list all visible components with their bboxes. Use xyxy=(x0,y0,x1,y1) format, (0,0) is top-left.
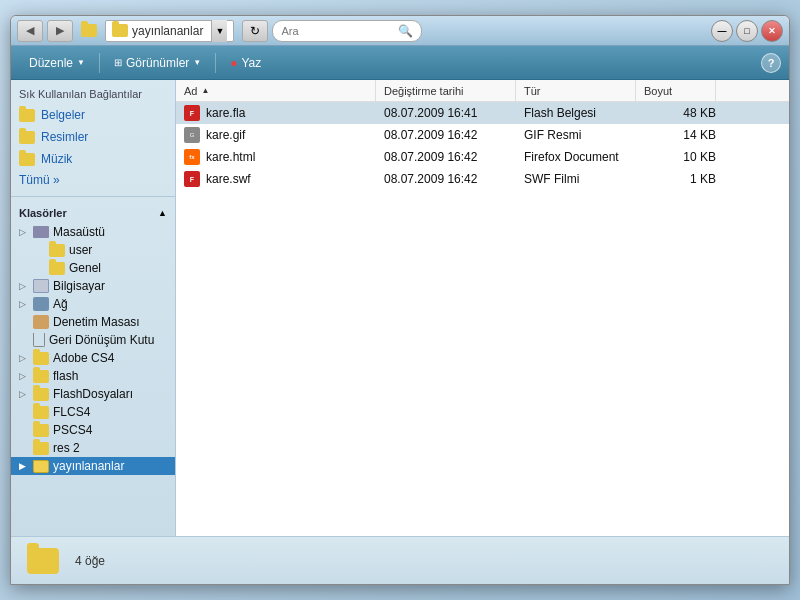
folder-icon-flashdos xyxy=(33,388,49,401)
tree-item-yayinlananlar[interactable]: ▶ yayınlananlar xyxy=(11,457,175,475)
col-name-label: Ad xyxy=(184,85,197,97)
file-date-kare-fla: 08.07.2009 16:41 xyxy=(380,106,520,120)
duzenle-button[interactable]: Düzenle ▼ xyxy=(19,50,95,76)
file-date-kare-swf: 08.07.2009 16:42 xyxy=(380,172,520,186)
file-row-kare-gif[interactable]: G kare.gif 08.07.2009 16:42 GIF Resmi 14… xyxy=(176,124,789,146)
folder-icon-flcs4 xyxy=(33,406,49,419)
expand-yayinlananlar: ▶ xyxy=(19,461,29,471)
tree-item-flashdos[interactable]: ▷ FlashDosyaları xyxy=(11,385,175,403)
address-text: yayınlananlar xyxy=(132,24,203,38)
duzenle-label: Düzenle xyxy=(29,56,73,70)
help-button[interactable]: ? xyxy=(761,53,781,73)
expand-bilgisayar: ▷ xyxy=(19,281,29,291)
col-header-name[interactable]: Ad ▲ xyxy=(176,80,376,101)
folder-icon-muzik xyxy=(19,151,35,167)
swf-icon-kare: F xyxy=(184,171,200,187)
toolbar-divider-2 xyxy=(215,53,216,73)
expand-flash: ▷ xyxy=(19,371,29,381)
col-header-size[interactable]: Boyut xyxy=(636,80,716,101)
status-count: 4 öğe xyxy=(75,554,105,568)
tree-item-adobe[interactable]: ▷ Adobe CS4 xyxy=(11,349,175,367)
file-size-kare-html: 10 KB xyxy=(640,150,720,164)
main-area: Ad ▲ Değiştirme tarihi Tür Boyut F kare.… xyxy=(176,80,789,536)
tree-item-res2[interactable]: res 2 xyxy=(11,439,175,457)
yaz-button[interactable]: ● Yaz xyxy=(220,50,271,76)
html-icon-kare: fx xyxy=(184,149,200,165)
expand-ag: ▷ xyxy=(19,299,29,309)
title-bar: ◀ ▶ yayınlananlar ▼ ↻ 🔍 — □ ✕ xyxy=(11,16,789,46)
folder-icon-yayinlananlar xyxy=(33,460,49,473)
address-dropdown[interactable]: ▼ xyxy=(211,20,227,42)
more-label: Tümü » xyxy=(19,173,60,187)
folders-chevron: ▲ xyxy=(158,208,167,218)
forward-button[interactable]: ▶ xyxy=(47,20,73,42)
gorunumler-icon: ⊞ xyxy=(114,57,122,68)
file-date-kare-html: 08.07.2009 16:42 xyxy=(380,150,520,164)
folder-icon-user xyxy=(49,244,65,257)
tree-item-masaustu[interactable]: ▷ Masaüstü xyxy=(11,223,175,241)
tree-item-denetim[interactable]: Denetim Masası xyxy=(11,313,175,331)
col-header-date[interactable]: Değiştirme tarihi xyxy=(376,80,516,101)
fla-icon-kare: F xyxy=(184,105,200,121)
maximize-button[interactable]: □ xyxy=(736,20,758,42)
status-folder-icon xyxy=(27,548,59,574)
folder-icon-adobe xyxy=(33,352,49,365)
tree-item-user[interactable]: user xyxy=(11,241,175,259)
folder-icon-genel xyxy=(49,262,65,275)
tree-item-genel[interactable]: Genel xyxy=(11,259,175,277)
muzik-label: Müzik xyxy=(41,152,72,166)
col-type-label: Tür xyxy=(524,85,541,97)
desktop-icon xyxy=(33,226,49,238)
tree-item-flcs4[interactable]: FLCS4 xyxy=(11,403,175,421)
network-icon xyxy=(33,297,49,311)
file-row-kare-swf[interactable]: F kare.swf 08.07.2009 16:42 SWF Filmi 1 … xyxy=(176,168,789,190)
sidebar-link-muzik[interactable]: Müzik xyxy=(11,148,175,170)
tree-item-ag[interactable]: ▷ Ağ xyxy=(11,295,175,313)
sidebar-more-link[interactable]: Tümü » xyxy=(11,170,175,190)
search-icon[interactable]: 🔍 xyxy=(398,24,413,38)
tree-item-flash[interactable]: ▷ flash xyxy=(11,367,175,385)
tree-item-geri[interactable]: Geri Dönüşüm Kutu xyxy=(11,331,175,349)
col-date-label: Değiştirme tarihi xyxy=(384,85,463,97)
back-button[interactable]: ◀ xyxy=(17,20,43,42)
gorunumler-button[interactable]: ⊞ Görünümler ▼ xyxy=(104,50,211,76)
address-folder-icon xyxy=(81,24,97,37)
file-type-kare-gif: GIF Resmi xyxy=(520,128,640,142)
denetim-label: Denetim Masası xyxy=(53,315,140,329)
adobe-label: Adobe CS4 xyxy=(53,351,114,365)
folder-icon-belgeler xyxy=(19,107,35,123)
flash-label: flash xyxy=(53,369,78,383)
duzenle-chevron: ▼ xyxy=(77,58,85,67)
folders-title: Klasörler xyxy=(19,207,67,219)
close-button[interactable]: ✕ xyxy=(761,20,783,42)
column-headers: Ad ▲ Değiştirme tarihi Tür Boyut xyxy=(176,80,789,102)
file-size-kare-fla: 48 KB xyxy=(640,106,720,120)
yayinlananlar-label: yayınlananlar xyxy=(53,459,124,473)
sort-icon: ▲ xyxy=(201,86,209,95)
file-row-kare-html[interactable]: fx kare.html 08.07.2009 16:42 Firefox Do… xyxy=(176,146,789,168)
title-bar-left: ◀ ▶ yayınlananlar ▼ ↻ 🔍 xyxy=(17,20,422,42)
tree-item-pscs4[interactable]: PSCS4 xyxy=(11,421,175,439)
minimize-button[interactable]: — xyxy=(711,20,733,42)
file-type-kare-html: Firefox Document xyxy=(520,150,640,164)
masaustu-label: Masaüstü xyxy=(53,225,105,239)
file-row-kare-fla[interactable]: F kare.fla 08.07.2009 16:41 Flash Belges… xyxy=(176,102,789,124)
col-header-type[interactable]: Tür xyxy=(516,80,636,101)
sidebar-link-resimler[interactable]: Resimler xyxy=(11,126,175,148)
search-input[interactable] xyxy=(281,25,394,37)
tree-item-bilgisayar[interactable]: ▷ Bilgisayar xyxy=(11,277,175,295)
folder-icon-res2 xyxy=(33,442,49,455)
sidebar-link-belgeler[interactable]: Belgeler xyxy=(11,104,175,126)
address-bar[interactable]: yayınlananlar ▼ xyxy=(105,20,234,42)
res2-label: res 2 xyxy=(53,441,80,455)
expand-masaustu: ▷ xyxy=(19,227,29,237)
refresh-button[interactable]: ↻ xyxy=(242,20,268,42)
gorunumler-chevron: ▼ xyxy=(193,58,201,67)
sidebar-divider xyxy=(11,196,175,197)
resimler-label: Resimler xyxy=(41,130,88,144)
quick-links-title: Sık Kullanılan Bağlantılar xyxy=(11,80,175,104)
folders-section-header[interactable]: Klasörler ▲ xyxy=(11,203,175,223)
belgeler-label: Belgeler xyxy=(41,108,85,122)
file-name-kare-swf: F kare.swf xyxy=(180,171,380,187)
folder-icon-flash xyxy=(33,370,49,383)
